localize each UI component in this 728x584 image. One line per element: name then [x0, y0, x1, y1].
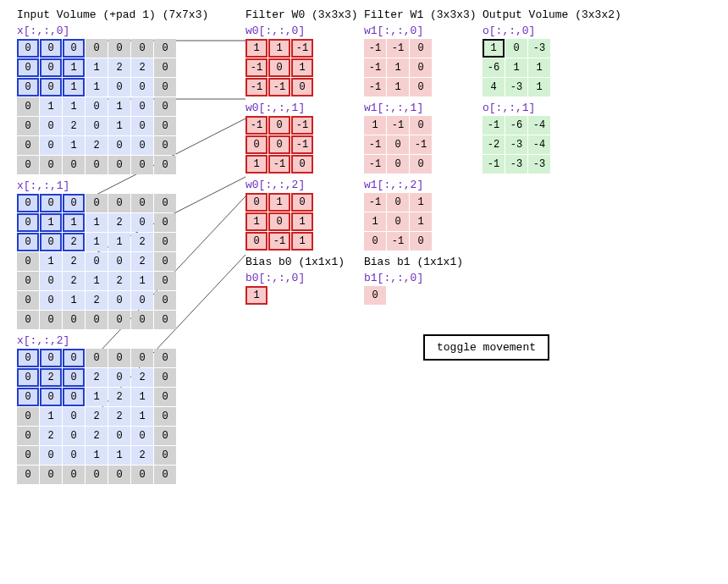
grid-cell: 0 [108, 78, 130, 96]
bias0-label: b0[:,:,0] [245, 272, 356, 284]
grid-cell: 0 [245, 232, 267, 251]
grid-cell: 0 [85, 311, 108, 329]
grid-cell: 0 [63, 39, 85, 58]
grid-cell: 2 [63, 233, 85, 251]
grid-cell: 1 [108, 233, 130, 251]
grid-cell: 0 [85, 39, 108, 58]
grid-cell: 0 [131, 194, 153, 212]
grid-cell: 0 [154, 78, 176, 96]
grid-cell: 1 [85, 233, 108, 251]
bias1-title: Bias b1 (1x1x1) [364, 256, 474, 268]
grid-cell: 0 [154, 291, 176, 310]
grid-cell: 0 [63, 368, 85, 387]
grid-cell: 0 [17, 291, 39, 310]
grid-cell: 0 [154, 58, 176, 77]
grid-cell: 0 [17, 39, 39, 58]
grid-cell: 2 [85, 368, 108, 387]
grid-cell: 1 [291, 212, 313, 231]
grid-cell: -4 [528, 116, 550, 135]
grid-cell: 0 [85, 349, 108, 367]
grid-cell: 0 [17, 349, 39, 367]
grid-cell: 0 [131, 349, 153, 367]
grid-cell: 2 [131, 233, 153, 251]
output-d1-label: o[:,:,1] [483, 102, 618, 114]
grid-cell: 4 [483, 78, 505, 96]
grid-cell: 0 [17, 407, 39, 426]
grid-cell: 0 [131, 466, 153, 484]
grid-cell: 0 [40, 466, 62, 484]
grid-cell: 0 [85, 466, 108, 484]
grid-cell: 0 [410, 78, 432, 96]
grid-cell: -3 [505, 135, 527, 154]
grid-cell: 2 [85, 427, 108, 445]
grid-cell: 2 [40, 427, 62, 445]
filter-w1-column: Filter W1 (3x3x3) w1[:,:,0] -1-10-110-11… [364, 8, 474, 310]
grid-cell: 0 [17, 194, 39, 212]
grid-cell: 0 [40, 272, 62, 290]
grid-cell: 0 [131, 213, 153, 232]
filter-w0-column: Filter W0 (3x3x3) w0[:,:,0] 11-1-101-1-1… [245, 8, 356, 310]
grid-cell: 0 [108, 349, 130, 367]
w1-d2-label: w1[:,:,2] [364, 179, 474, 191]
grid-cell: 2 [85, 291, 108, 310]
grid-cell: 0 [17, 311, 39, 329]
grid-cell: 0 [131, 97, 153, 116]
grid-cell: 1 [108, 117, 130, 135]
grid-cell: 1 [131, 272, 153, 290]
grid-cell: 0 [63, 311, 85, 329]
grid-cell: 0 [108, 252, 130, 271]
grid-cell: 0 [131, 427, 153, 445]
grid-cell: 0 [17, 117, 39, 135]
grid-cell: 0 [410, 155, 432, 174]
grid-cell: 0 [17, 233, 39, 251]
grid-cell: 2 [63, 117, 85, 135]
grid-cell: 2 [108, 272, 130, 290]
grid-cell: 0 [268, 116, 290, 135]
grid-cell: 1 [483, 39, 505, 58]
grid-cell: 0 [40, 446, 62, 465]
grid-cell: 1 [131, 407, 153, 426]
grid-cell: 0 [108, 156, 130, 174]
grid-cell: 1 [268, 193, 290, 212]
grid-cell: 0 [17, 427, 39, 445]
grid-cell: 0 [291, 193, 313, 212]
grid-cell: 1 [505, 58, 527, 77]
grid-cell: 0 [17, 446, 39, 465]
input-depth-2: x[:,:,2] 0000000020202000012100102210020… [17, 334, 203, 484]
grid-cell: 0 [17, 466, 39, 484]
grid-cell: 2 [131, 368, 153, 387]
grid-cell: 0 [108, 194, 130, 212]
grid-cell: 2 [108, 58, 130, 77]
grid-cell: 0 [154, 466, 176, 484]
grid-cell: 0 [63, 194, 85, 212]
grid-cell: 0 [410, 232, 432, 251]
w1-d1-label: w1[:,:,1] [364, 102, 474, 114]
grid-cell: 0 [63, 349, 85, 367]
toggle-movement-button[interactable]: toggle movement [423, 334, 549, 361]
grid-cell: 0 [245, 135, 267, 154]
grid-cell: -3 [528, 39, 550, 58]
grid-cell: 0 [131, 136, 153, 155]
w0-title: Filter W0 (3x3x3) [245, 8, 356, 21]
grid-cell: 2 [131, 446, 153, 465]
w1-title: Filter W1 (3x3x3) [364, 8, 474, 21]
grid-cell: 0 [154, 388, 176, 406]
grid-cell: 2 [108, 388, 130, 406]
grid-cell: 2 [108, 213, 130, 232]
w0-d1-label: w0[:,:,1] [245, 102, 356, 114]
grid-cell: 0 [154, 39, 176, 58]
grid-cell: 1 [85, 388, 108, 406]
grid-cell: 0 [154, 368, 176, 387]
grid-cell: 1 [63, 213, 85, 232]
grid-cell: 1 [410, 193, 432, 212]
grid-cell: 1 [63, 136, 85, 155]
w1-d0-label: w1[:,:,0] [364, 25, 474, 37]
output-volume-column: Output Volume (3x3x2) o[:,:,0] 10-3-6114… [483, 8, 618, 179]
grid-cell: 0 [268, 58, 290, 77]
grid-cell: 0 [154, 97, 176, 116]
grid-cell: -1 [291, 116, 313, 135]
grid-cell: -1 [364, 78, 386, 96]
grid-cell: 1 [40, 252, 62, 271]
grid-cell: 0 [291, 78, 313, 96]
grid-cell: -4 [528, 135, 550, 154]
